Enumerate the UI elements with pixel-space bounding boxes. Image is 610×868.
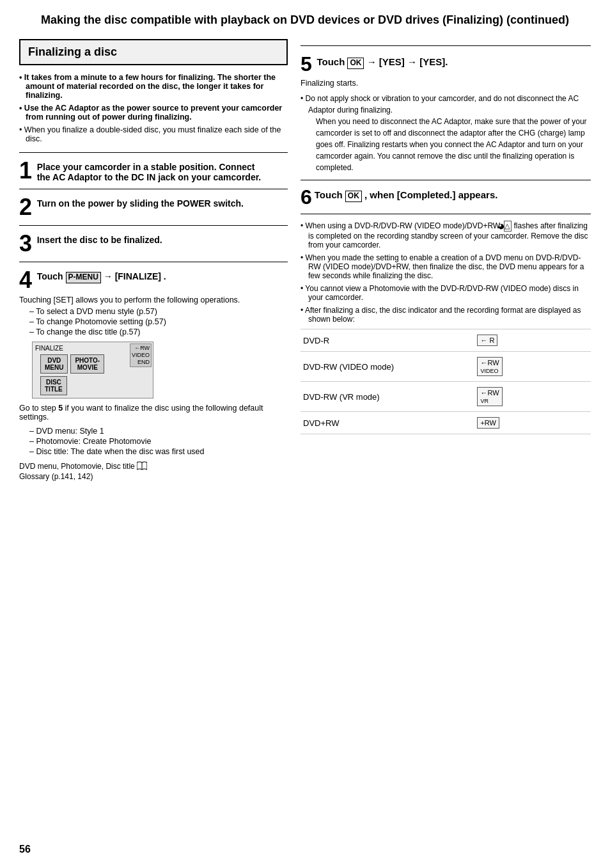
step-4-sublist: To select a DVD menu style (p.57) To cha… [19,307,288,336]
step-5-arrow1: → [367,56,377,67]
step-5-before: Touch [317,56,345,67]
left-column: Finalizing a disc It takes from a minute… [19,39,288,481]
step-5-yes2: [YES]. [419,56,448,67]
step-3-number: 3 [19,232,32,255]
finalize-box-title: Finalizing a disc [28,45,279,59]
disc-icon-dvdrw-vr: ←RWVR [474,382,591,412]
right-column: 5 Touch OK → [YES] → [YES]. Finalizing s… [301,39,591,481]
disc-row-dvdrw-vr: DVD-RW (VR mode) ←RWVR [301,382,591,412]
sub-list-item-3: To change the disc title (p.57) [29,327,288,336]
step-2-text: Turn on the power by sliding the POWER s… [37,196,267,209]
sub-list-item-2: To change Photomovie setting (p.57) [29,317,288,326]
screen-btn-disc-title: DISCTITLE [40,376,67,395]
step-4-before: Touch [37,271,63,281]
step-2: 2 Turn on the power by sliding the POWER… [19,196,288,219]
disc-label-dvdprw: DVD+RW [301,412,474,434]
step-6-number: 6 [301,187,312,207]
disc-icon-dvdr: ← R [474,329,591,352]
step-5-label: Touch OK → [YES] → [YES]. [317,52,448,69]
screen-end: END [132,359,150,366]
step-5-note: • Do not apply shock or vibration to you… [301,93,591,173]
note-bold-2: Use the AC Adaptor as the power source t… [19,104,288,122]
default-item-2: Photomovie: Create Photomovie [29,437,288,446]
step-6-ok: OK [345,191,362,202]
disc-icon-dvdprw: +RW [474,412,591,434]
right-divider-top [301,45,591,46]
right-note-2: When you made the setting to enable a cr… [301,253,591,280]
right-divider-2 [301,180,591,180]
sub-list-item-1: To select a DVD menu style (p.57) [29,307,288,316]
step-6: 6 Touch OK , when [Completed.] appears. [301,187,591,207]
disc-label-dvdrw-video: DVD-RW (VIDEO mode) [301,352,474,382]
right-note-1: When using a DVD-R/DVD-RW (VIDEO mode)/D… [301,221,591,249]
disc-table: DVD-R ← R DVD-RW (VIDEO mode) ←RWVIDEO D… [301,329,591,434]
note-bold-1: It takes from a minute to a few hours fo… [19,73,288,100]
step-4-subtext: Touching [SET] allows you to perform the… [19,296,288,304]
step-4-dot: . [164,271,166,281]
divider-3 [19,225,288,226]
step-4-number: 4 [19,269,32,292]
book-icon [137,461,147,472]
finalize-screen: FINALIZE ←RW VIDEO END DVDMENU PHOTO-MOV… [32,342,153,398]
disc-icon-rw-video: ←RWVIDEO [477,357,502,376]
page-number: 56 [19,844,31,855]
disc-row-dvdrw-video: DVD-RW (VIDEO mode) ←RWVIDEO [301,352,591,382]
disc-row-dvdr: DVD-R ← R [301,329,591,352]
disc-label-dvdr: DVD-R [301,329,474,352]
right-note-4: After finalizing a disc, the disc indica… [301,306,591,324]
disc-icon-r: ← R [477,335,497,346]
page: Making the disc compatible with playback… [0,0,610,868]
content-wrapper: Finalizing a disc It takes from a minute… [19,39,591,481]
disc-row-dvdprw: DVD+RW +RW [301,412,591,434]
step-1: 1 Place your camcorder in a stable posit… [19,159,288,182]
step-5-ok: OK [347,58,364,69]
divider-2 [19,189,288,189]
step-1-text: Place your camcorder in a stable positio… [37,159,267,182]
page-header: Making the disc compatible with playback… [19,13,591,28]
right-note-3: You cannot view a Photomovie with the DV… [301,284,591,302]
notes-section: It takes from a minute to a few hours fo… [19,73,288,143]
glossary-line: DVD menu, Photomovie, Disc title Glossar… [19,461,288,481]
step-5-arrow2: → [407,56,417,67]
step-4-finalize: [FINALIZE] [115,271,161,281]
default-settings-list: DVD menu: Style 1 Photomovie: Create Pho… [19,427,288,456]
step-4-arrow1: → [104,271,113,281]
right-notes: When using a DVD-R/DVD-RW (VIDEO mode)/D… [301,221,591,324]
step-3: 3 Insert the disc to be finalized. [19,232,288,255]
disc-label-dvdrw-vr: DVD-RW (VR mode) [301,382,474,412]
screen-btn-dvd-menu: DVDMENU [40,354,68,374]
screen-rw: ←RW [132,345,150,352]
screen-video: VIDEO [132,352,150,359]
default-item-1: DVD menu: Style 1 [29,427,288,436]
page-title: Making the disc compatible with playback… [41,13,569,26]
step-5-number: 5 [301,52,312,76]
step-6-before: Touch [315,189,343,200]
divider-1 [19,152,288,153]
step-4-text: Touch P-MENU → [FINALIZE] . [37,269,267,283]
step-3-text: Insert the disc to be finalized. [37,232,267,245]
goto-step5-text: Go to step 5 if you want to finalize the… [19,404,288,422]
step-5-yes1: [YES] [379,56,405,67]
step-5-header: 5 Touch OK → [YES] → [YES]. [301,52,591,76]
step-6-text: Touch OK , when [Completed.] appears. [315,187,498,202]
screen-btn-photo-movie: PHOTO-MOVIE [70,354,104,374]
disc-icon-dvdrw-video: ←RWVIDEO [474,352,591,382]
step-6-after: , when [Completed.] appears. [364,189,497,200]
divider-4 [19,262,288,262]
disc-icon-plus-rw: +RW [477,417,499,429]
antenna-icon: ◕△ [504,221,512,232]
step-1-number: 1 [19,159,32,182]
step-4: 4 Touch P-MENU → [FINALIZE] . Touching [… [19,269,288,398]
step-5: 5 Touch OK → [YES] → [YES]. Finalizing s… [301,52,591,173]
finalize-box: Finalizing a disc [19,39,288,65]
pmenu-button: P-MENU [66,272,101,283]
note-normal-1: When you finalize a double-sided disc, y… [19,125,288,143]
default-item-3: Disc title: The date when the disc was f… [29,447,288,456]
screen-top-right: ←RW VIDEO END [130,343,152,367]
disc-icon-rw-vr: ←RWVR [477,387,502,406]
finalizing-starts: Finalizing starts. [301,79,591,88]
step-2-number: 2 [19,196,32,219]
step-5-content: Finalizing starts. • Do not apply shock … [301,79,591,173]
right-divider-3 [301,214,591,214]
